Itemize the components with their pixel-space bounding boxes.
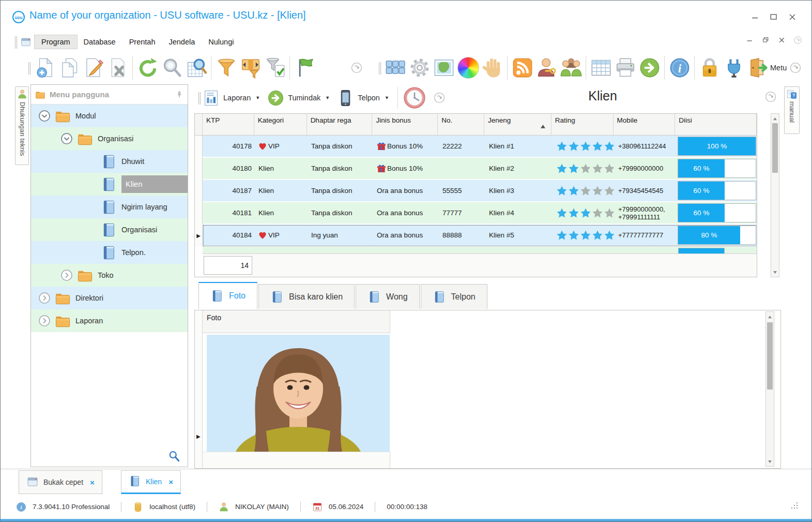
advanced-search-button-icon[interactable]: [184, 55, 208, 81]
maximize-button[interactable]: [768, 12, 779, 22]
tree-item-ngirim-layang[interactable]: Ngirim layang: [31, 196, 188, 218]
expand-icon[interactable]: [60, 269, 73, 281]
panel-overflow-icon[interactable]: [764, 91, 777, 103]
close-tab-icon[interactable]: ×: [168, 478, 173, 486]
window-tab-bukak-cepet[interactable]: Bukak cepet×: [19, 470, 102, 494]
menu-prentah[interactable]: Prentah: [122, 35, 162, 49]
telpon-dropdown-button[interactable]: Telpon▼: [337, 90, 389, 107]
new-record-button-icon[interactable]: [33, 55, 57, 81]
minimize-button[interactable]: [749, 12, 761, 22]
scroll-up-icon[interactable]: [766, 312, 774, 321]
column-header-mobile[interactable]: Mobile: [614, 114, 676, 135]
tree-item-toko[interactable]: Toko: [31, 264, 188, 287]
mdi-restore-button[interactable]: [761, 36, 770, 44]
toolbar-grip[interactable]: [14, 35, 18, 49]
menu-database[interactable]: Database: [77, 35, 122, 49]
tree-item-klien[interactable]: Klien: [31, 173, 188, 196]
print-button-icon[interactable]: [613, 55, 637, 81]
info-button-icon[interactable]: i: [667, 55, 692, 81]
support-side-tab[interactable]: Dhukungan teknis: [15, 86, 29, 165]
menu-program[interactable]: Program: [35, 35, 77, 49]
rating-stars[interactable]: [556, 185, 614, 197]
manual-side-tab[interactable]: ? manual: [784, 86, 800, 134]
actionbar-overflow-icon[interactable]: [433, 92, 446, 104]
toolbar-grip[interactable]: [27, 61, 32, 74]
expand-icon[interactable]: [38, 315, 51, 327]
go-button-icon[interactable]: [637, 55, 662, 81]
close-tab-icon[interactable]: ×: [90, 478, 95, 487]
user-access-button-icon[interactable]: [534, 55, 559, 81]
tree-item-dhuwit[interactable]: Dhuwit: [31, 150, 188, 173]
client-photo[interactable]: [207, 335, 390, 452]
window-tab-klien[interactable]: Klien×: [121, 470, 181, 494]
table-row[interactable]: 40187KlienTanpa diskonOra ana bonus55555…: [195, 180, 757, 202]
tab-wong[interactable]: Wong: [356, 284, 420, 309]
filter-panel-button-icon[interactable]: [238, 55, 263, 81]
column-header-diisi[interactable]: Diisi: [675, 114, 757, 135]
search-button-icon[interactable]: [160, 55, 184, 81]
scrollbar-thumb[interactable]: [772, 123, 778, 173]
table-scrollbar[interactable]: [771, 113, 779, 277]
refresh-button-icon[interactable]: [135, 55, 160, 81]
filter-apply-button-icon[interactable]: [263, 55, 287, 81]
scroll-down-icon[interactable]: [766, 457, 774, 466]
tree-item-organisasi[interactable]: Organisasi: [31, 218, 188, 241]
foto-scrollbar[interactable]: [765, 311, 774, 467]
toolbar-overflow-button-icon[interactable]: [349, 55, 364, 81]
tumindak-dropdown-button[interactable]: Tumindak▼: [267, 90, 330, 107]
copy-record-button-icon[interactable]: [57, 55, 81, 81]
tree-item-modul[interactable]: Modul: [31, 105, 188, 127]
news-feed-button-icon[interactable]: [510, 55, 534, 81]
menu-overflow-icon[interactable]: [793, 36, 802, 44]
column-header-rating[interactable]: Rating: [551, 114, 614, 135]
pin-icon[interactable]: [175, 91, 183, 99]
table-row[interactable]: ▶40184VIPIng yuanOra ana bonus88888Klien…: [195, 225, 757, 247]
collapse-icon[interactable]: [60, 132, 73, 145]
tab-foto[interactable]: Foto: [198, 282, 257, 309]
scroll-up-icon[interactable]: [771, 114, 779, 123]
column-header-no[interactable]: No.: [438, 114, 484, 135]
column-header-jeneng[interactable]: Jeneng: [484, 114, 551, 135]
settings-button-icon[interactable]: [407, 55, 432, 81]
tree-item-organisasi[interactable]: Organisasi: [31, 127, 188, 150]
tree-search-icon[interactable]: [168, 450, 180, 463]
toolbar-grip[interactable]: [197, 91, 202, 105]
collapse-icon[interactable]: [38, 110, 51, 122]
tree-item-laporan[interactable]: Laporan: [31, 309, 188, 332]
filter-button-icon[interactable]: [214, 55, 238, 81]
table-button-icon[interactable]: [589, 55, 613, 81]
rating-stars[interactable]: [556, 163, 614, 174]
tab-telpon[interactable]: Telpon: [421, 284, 487, 309]
tab-bisa-karo-klien[interactable]: Bisa karo klien: [258, 284, 355, 309]
lock-button-icon[interactable]: [697, 55, 722, 81]
table-row[interactable]: 40181KlienTanpa diskonOra ana bonus77777…: [195, 202, 757, 225]
plugin-button-icon[interactable]: [722, 55, 746, 81]
menu-nulungi[interactable]: Nulungi: [202, 35, 240, 49]
column-header-bonus[interactable]: Jinis bonus: [372, 114, 438, 135]
resize-grip[interactable]: [791, 502, 798, 509]
toolbar-grip[interactable]: [378, 61, 382, 74]
flag-button-icon[interactable]: [293, 55, 317, 81]
exit-button-icon[interactable]: [746, 55, 770, 81]
column-header-ktp[interactable]: KTP: [203, 114, 254, 135]
edit-record-button-icon[interactable]: [81, 55, 105, 81]
users-button-icon[interactable]: [559, 55, 583, 81]
mdi-minimize-button[interactable]: [745, 36, 754, 44]
table-row[interactable]: 40178VIPTanpa diskonBonus 10%22222Klien …: [195, 136, 757, 158]
close-button[interactable]: [787, 12, 798, 22]
scroll-down-icon[interactable]: [771, 268, 779, 276]
colors-button-icon[interactable]: [456, 55, 480, 81]
column-header-dhaptar[interactable]: Dhaptar rega: [307, 114, 373, 135]
mdi-close-button[interactable]: [777, 36, 786, 44]
table-row[interactable]: 40180KlienTanpa diskonBonus 10%Klien #2+…: [195, 158, 757, 180]
menu-jendela[interactable]: Jendela: [162, 35, 202, 49]
layout-button-icon[interactable]: [383, 55, 407, 81]
scheduler-button[interactable]: [403, 86, 426, 109]
toolbar-overflow2-button-icon[interactable]: [788, 55, 803, 81]
tree-item-direktori[interactable]: Direktori: [31, 287, 188, 309]
scrollbar-thumb[interactable]: [767, 322, 773, 390]
map-button-icon[interactable]: [432, 55, 456, 81]
column-header-kategori[interactable]: Kategori: [254, 114, 307, 135]
rating-stars[interactable]: [556, 207, 614, 219]
delete-record-button-icon[interactable]: [105, 55, 130, 81]
